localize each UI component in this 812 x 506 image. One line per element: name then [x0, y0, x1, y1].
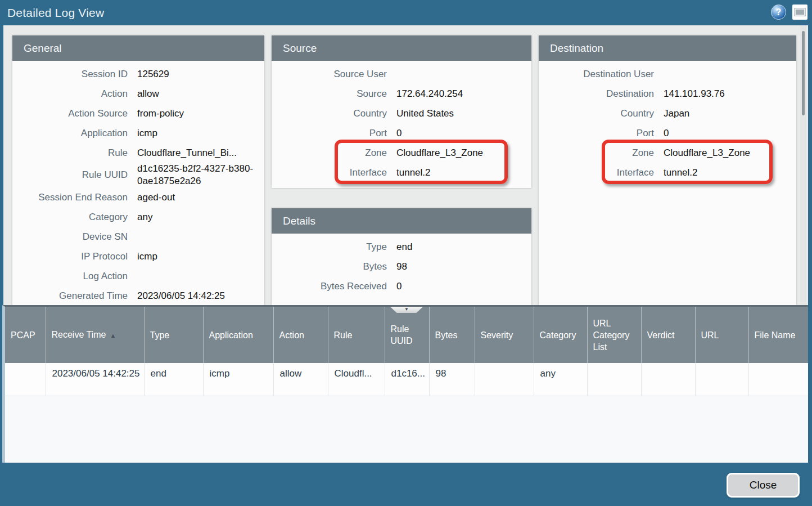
cell-application: icmp — [203, 363, 273, 396]
field-value: tunnel.2 — [387, 167, 531, 179]
field-row-country: CountryJapan — [539, 104, 796, 123]
close-button[interactable]: Close — [727, 473, 800, 498]
details-panel-header: Details — [272, 208, 531, 234]
column-header-label: Verdict — [647, 330, 675, 340]
field-row-rule: RuleCloudflare_Tunnel_Bi... — [12, 143, 264, 163]
column-header-application[interactable]: Application — [203, 307, 273, 363]
field-label: Zone — [272, 147, 387, 159]
field-value: 2023/06/05 14:42:25 — [128, 290, 264, 302]
field-label: Log Action — [12, 271, 128, 282]
log-detail-content: General Session ID125629ActionallowActio… — [3, 25, 808, 305]
content-scrollbar-thumb[interactable] — [802, 31, 805, 115]
column-header-bytes[interactable]: Bytes — [429, 307, 475, 363]
column-header-file-name[interactable]: File Name — [748, 307, 808, 363]
cell-verdict — [641, 363, 695, 396]
column-header-action[interactable]: Action — [273, 307, 328, 363]
column-header-verdict[interactable]: Verdict — [641, 307, 695, 363]
field-value: icmp — [128, 250, 264, 263]
field-row-ip-protocol: IP Protocolicmp — [12, 247, 264, 266]
field-label: Destination — [539, 88, 654, 100]
column-header-label: Rule UUID — [391, 324, 413, 346]
cell-severity — [475, 363, 534, 396]
field-label: Country — [272, 108, 387, 119]
column-header-label: Bytes — [435, 330, 458, 340]
field-row-port: Port0 — [539, 123, 796, 143]
column-header-rule[interactable]: Rule — [328, 307, 385, 363]
field-row-country: CountryUnited States — [272, 104, 531, 123]
destination-panel-body: Destination UserDestination141.101.93.76… — [539, 61, 796, 182]
field-row-source: Source172.64.240.254 — [272, 84, 531, 104]
column-header-category[interactable]: Category — [534, 307, 587, 363]
highlight-box: ZoneCloudflare_L3_ZoneInterfacetunnel.2 — [272, 143, 531, 182]
field-row-type: Typeend — [272, 237, 531, 257]
content-scrollbar-track[interactable] — [800, 25, 806, 305]
field-label: Bytes — [272, 261, 387, 272]
column-header-label: PCAP — [11, 330, 35, 340]
field-label: Zone — [539, 147, 654, 159]
detailed-log-view-dialog: Detailed Log View ? General Session ID12… — [0, 0, 812, 506]
field-value: 125629 — [128, 68, 264, 80]
column-header-label: Receive Time — [52, 330, 106, 339]
field-label: Destination User — [539, 69, 654, 80]
cell-type: end — [144, 363, 203, 396]
field-label: Device SN — [12, 231, 128, 243]
field-row-generated-time: Generated Time2023/06/05 14:42:25 — [12, 286, 264, 305]
field-row-log-action: Log Action — [12, 266, 264, 286]
field-row-destination: Destination141.101.93.76 — [539, 84, 796, 104]
details-panel: Details TypeendBytes98Bytes Received0 — [272, 208, 531, 305]
column-header-label: Category — [540, 330, 576, 340]
cell-file-name — [748, 363, 808, 396]
log-table-body: 2023/06/05 14:42:25endicmpallowCloudfl..… — [5, 363, 808, 396]
cell-url — [695, 363, 748, 396]
cell-rule: Cloudfl... — [328, 363, 385, 396]
field-label: Action — [12, 88, 128, 100]
field-row-session-id: Session ID125629 — [12, 64, 264, 84]
column-header-label: File Name — [755, 330, 796, 340]
field-value: Cloudflare_L3_Zone — [654, 147, 796, 159]
column-header-receive-time[interactable]: Receive Time▲ — [46, 307, 144, 363]
dialog-titlebar: Detailed Log View ? — [0, 0, 812, 25]
field-row-bytes: Bytes98 — [272, 257, 531, 276]
field-label: Action Source — [12, 108, 128, 119]
field-label: Rule UUID — [12, 169, 128, 181]
log-table: PCAPReceive Time▲TypeApplicationActionRu… — [5, 307, 808, 396]
source-panel-title: Source — [272, 42, 317, 55]
field-row-zone: ZoneCloudflare_L3_Zone — [272, 143, 531, 163]
field-value: 0 — [654, 127, 796, 140]
general-panel: General Session ID125629ActionallowActio… — [12, 35, 264, 305]
maximize-window-icon[interactable] — [792, 5, 808, 20]
field-value: Japan — [654, 108, 796, 120]
field-label: Source User — [272, 69, 387, 80]
column-header-label: URL — [701, 330, 719, 340]
field-row-action: Actionallow — [12, 84, 264, 104]
column-header-rule-uuid[interactable]: Rule UUID — [385, 307, 429, 363]
dialog-title: Detailed Log View — [0, 6, 104, 20]
field-value: d1c16235-b2f2-4327-b380-0ae1875e2a26 — [128, 163, 264, 187]
column-header-severity[interactable]: Severity — [475, 307, 534, 363]
field-value: 141.101.93.76 — [654, 88, 796, 100]
field-value: 98 — [387, 261, 531, 273]
field-value: tunnel.2 — [654, 167, 796, 179]
log-table-header-row: PCAPReceive Time▲TypeApplicationActionRu… — [5, 307, 808, 363]
column-header-label: Type — [150, 330, 170, 340]
source-panel: Source Source UserSource172.64.240.254Co… — [272, 35, 531, 188]
source-panel-body: Source UserSource172.64.240.254CountryUn… — [272, 61, 531, 188]
column-header-type[interactable]: Type — [144, 307, 203, 363]
help-icon[interactable]: ? — [771, 5, 786, 20]
field-row-category: Categoryany — [12, 207, 264, 227]
field-label: Generated Time — [12, 290, 128, 302]
column-header-pcap[interactable]: PCAP — [5, 307, 46, 363]
log-table-row[interactable]: 2023/06/05 14:42:25endicmpallowCloudfl..… — [5, 363, 808, 396]
column-header-url-category-list[interactable]: URL Category List — [587, 307, 641, 363]
field-label: Bytes Received — [272, 281, 387, 292]
field-row-rule-uuid: Rule UUIDd1c16235-b2f2-4327-b380-0ae1875… — [12, 163, 264, 187]
field-label: Session ID — [12, 69, 128, 80]
column-header-label: URL Category List — [593, 319, 630, 352]
field-value: icmp — [128, 127, 264, 140]
general-panel-body: Session ID125629ActionallowAction Source… — [12, 61, 264, 305]
field-label: Type — [272, 241, 387, 253]
highlight-box: ZoneCloudflare_L3_ZoneInterfacetunnel.2 — [539, 143, 796, 182]
column-header-label: Application — [209, 330, 253, 340]
column-header-url[interactable]: URL — [695, 307, 748, 363]
field-value: Cloudflare_L3_Zone — [387, 147, 531, 159]
